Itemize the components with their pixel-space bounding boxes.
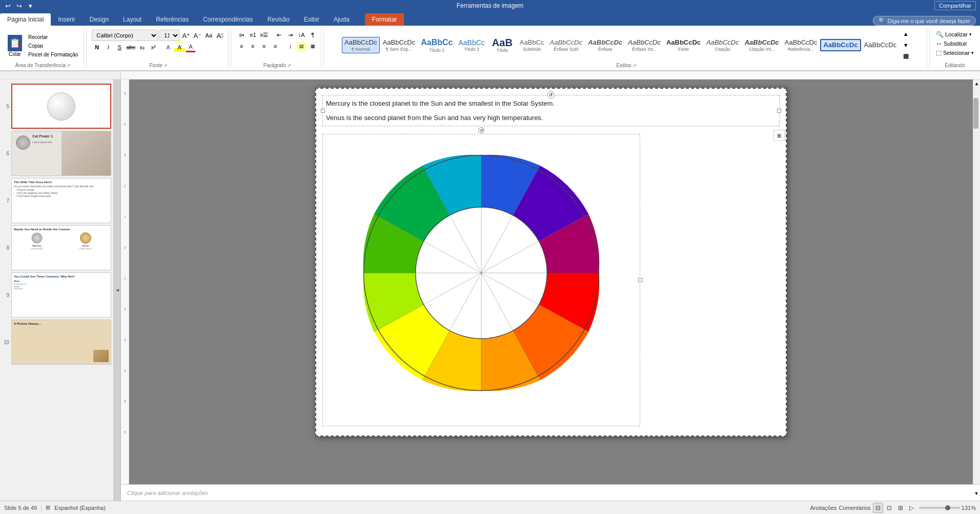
slide-thumb-5[interactable]: 5: [2, 84, 111, 129]
resize-handle-left[interactable]: [321, 109, 325, 113]
resize-handle-right[interactable]: [777, 109, 781, 113]
underline-button[interactable]: S: [114, 42, 125, 52]
format-painter-button[interactable]: Pincel de Formatação: [26, 51, 80, 58]
notes-button[interactable]: Anotações: [810, 505, 837, 511]
slide-image-9[interactable]: You Could Use Three Columns, Why Not? Ma…: [11, 272, 111, 318]
tab-referencias[interactable]: Referências: [149, 13, 196, 26]
increase-size-button[interactable]: A⁺: [181, 30, 191, 41]
style-sem-esp[interactable]: AaBbCcDc ¶ Sem Esp...: [380, 37, 418, 53]
redo-button[interactable]: ↪: [14, 1, 24, 10]
text-content-area[interactable]: ↺ Mercury is the closest planet to the S…: [322, 95, 780, 126]
style-normal[interactable]: AaBbCcDc ¶ Normal: [342, 37, 380, 53]
tab-ajuda[interactable]: Ajuda: [326, 13, 357, 26]
slide-thumb-9[interactable]: 9 You Could Use Three Columns, Why Not? …: [2, 272, 111, 318]
change-case-button[interactable]: Aa: [203, 30, 214, 41]
quick-access-menu[interactable]: ▾: [26, 1, 35, 10]
text-highlight-button[interactable]: A: [174, 42, 185, 52]
language[interactable]: Espanhol (Espanha): [54, 505, 106, 511]
style-highlighted[interactable]: AaBbCcDc: [820, 39, 861, 51]
decrease-indent-button[interactable]: ⇤: [274, 30, 284, 40]
style-referencia[interactable]: AaBbCcDc Referência...: [782, 37, 820, 53]
multilevel-list-button[interactable]: ≡☰: [259, 30, 269, 40]
style-titulo[interactable]: AaB Título: [488, 36, 517, 54]
styles-expand[interactable]: ⬛: [901, 51, 911, 62]
style-citacao[interactable]: AaBbCcDc Citação: [704, 37, 742, 53]
style-forte[interactable]: AaBbCcDc Forte: [664, 37, 703, 53]
border-button[interactable]: ▦: [308, 41, 318, 51]
style-enfase-int[interactable]: AaBbCcDc Ênfase Int...: [625, 37, 663, 53]
font-size-select[interactable]: 11: [159, 30, 180, 41]
style-citacao-int[interactable]: AaBbCcDc Citação Int...: [742, 37, 782, 53]
styles-expand-btn[interactable]: ↗: [632, 63, 637, 68]
font-family-select[interactable]: Calibri (Corpo): [92, 30, 158, 41]
style-enfase-sutil[interactable]: AaBbCcDc Ênfase Sutil: [547, 37, 585, 53]
notes-area[interactable]: Clique para adicionar anotações: [121, 484, 980, 501]
slide-image-10[interactable]: A Picture Always...: [11, 320, 111, 365]
increase-indent-button[interactable]: ⇥: [285, 30, 295, 40]
style-titulo2[interactable]: AaBbCc Título 2: [456, 37, 487, 54]
outline-view-button[interactable]: ⊡: [884, 503, 894, 513]
image-resize-handle-right[interactable]: [638, 278, 642, 282]
slide-image-7[interactable]: The Slide Title Goes Here! Do you know w…: [11, 178, 111, 223]
slide-viewport[interactable]: ↺ Mercury is the closest planet to the S…: [129, 80, 973, 484]
shading-button[interactable]: ▤: [296, 41, 307, 51]
line-spacing-button[interactable]: ↕: [285, 41, 295, 51]
panel-collapse-button[interactable]: ◀: [114, 80, 121, 501]
numbering-button[interactable]: ≡1: [248, 30, 258, 40]
show-marks-button[interactable]: ¶: [308, 30, 318, 40]
slideshow-view-button[interactable]: ▷: [907, 503, 917, 513]
reading-view-button[interactable]: ⊞: [895, 503, 906, 513]
zoom-slider[interactable]: [919, 507, 960, 509]
rotate-handle-text[interactable]: ↺: [547, 91, 555, 98]
tab-inserir[interactable]: Inserir: [51, 13, 82, 26]
clipboard-expand[interactable]: ↗: [67, 63, 71, 68]
bullets-button[interactable]: ≡•: [236, 30, 247, 40]
find-button[interactable]: 🔍 Localizar ▾: [936, 31, 974, 38]
superscript-button[interactable]: x²: [148, 42, 158, 52]
rotate-handle-image[interactable]: ↺: [478, 127, 484, 133]
layout-options-button[interactable]: ⊞: [773, 130, 785, 141]
share-button[interactable]: Compartilhar: [934, 1, 976, 10]
justify-button[interactable]: ≡: [270, 41, 280, 51]
tab-correspondencias[interactable]: Correspondências: [196, 13, 260, 26]
zoom-thumb[interactable]: [945, 505, 950, 510]
slide-image-8[interactable]: Maybe You Need to Divide the Content Mer…: [11, 225, 111, 270]
bold-button[interactable]: N: [92, 42, 102, 52]
scroll-thumb[interactable]: [973, 98, 978, 129]
slide-image-6[interactable]: Cat Power 1 Lorem ipsum text: [11, 131, 111, 176]
slide-thumb-8[interactable]: 8 Maybe You Need to Divide the Content M…: [2, 225, 111, 270]
clear-format-button[interactable]: A⃫: [215, 30, 225, 41]
comments-button[interactable]: Comentários: [839, 505, 871, 511]
style-enfase[interactable]: AaBbCcDc Ênfase: [585, 37, 625, 53]
replace-button[interactable]: ↔ Substituir: [936, 40, 974, 47]
decrease-size-button[interactable]: A⁻: [192, 30, 202, 41]
sort-button[interactable]: ↕A: [296, 30, 307, 40]
undo-button[interactable]: ↩: [3, 1, 12, 10]
text-effect-button[interactable]: A: [163, 42, 173, 52]
search-bar[interactable]: 🔍 Diga-me o que você deseja fazer: [873, 16, 976, 26]
normal-view-button[interactable]: ⊟: [873, 503, 883, 513]
strikethrough-button[interactable]: abc: [126, 42, 136, 52]
style-subtitulo[interactable]: AaBbCc Subtítulo: [517, 37, 547, 53]
copy-button[interactable]: Copiar: [26, 42, 80, 50]
zoom-level[interactable]: 131%: [962, 505, 976, 511]
font-color-button[interactable]: A: [186, 42, 196, 52]
scroll-up-button[interactable]: ▲: [973, 80, 980, 88]
vertical-scrollbar[interactable]: ▲ ▼: [973, 80, 980, 484]
font-expand[interactable]: ↗: [164, 63, 168, 68]
align-left-button[interactable]: ≡: [236, 41, 247, 51]
style-titulo1[interactable]: AaBbCc Título 1: [418, 36, 455, 54]
select-button[interactable]: ⬚ Selecionar ▾: [936, 49, 974, 56]
paste-button[interactable]: 📋 Colar: [5, 33, 25, 58]
slide-thumb-10[interactable]: 10 A Picture Always...: [2, 320, 111, 365]
color-wheel-area[interactable]: ↺: [322, 134, 640, 426]
tab-revisao[interactable]: Revisão: [260, 13, 297, 26]
tab-pagina-inicial[interactable]: Página Inicial: [0, 13, 51, 26]
slide-thumb-6[interactable]: 6 Cat Power 1 Lorem ipsum text: [2, 131, 111, 176]
align-center-button[interactable]: ≡: [248, 41, 258, 51]
style-extra[interactable]: AaBbCcDc: [862, 39, 900, 51]
styles-scroll-up[interactable]: ▲: [901, 29, 911, 39]
word-count-icon[interactable]: ⊞: [46, 504, 50, 511]
cut-button[interactable]: Recortar: [26, 33, 80, 41]
styles-scroll-down[interactable]: ▼: [901, 40, 911, 50]
